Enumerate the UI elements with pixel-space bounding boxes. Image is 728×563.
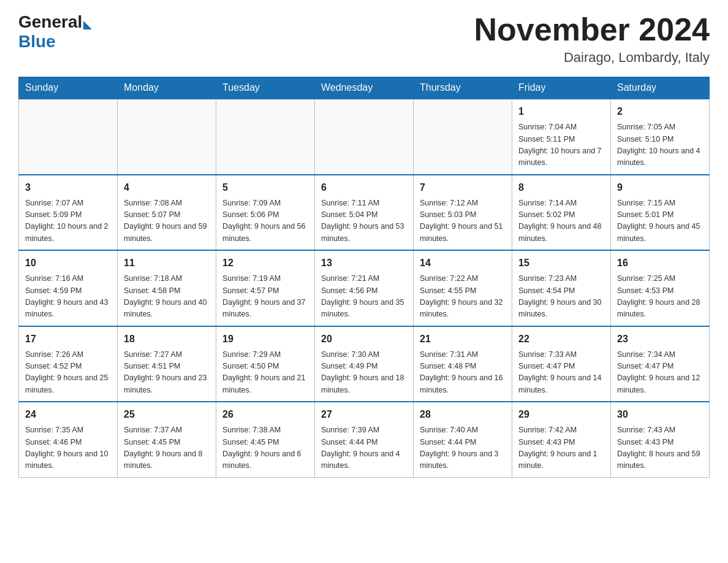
calendar-cell-w2d1: 11Sunrise: 7:18 AM Sunset: 4:58 PM Dayli…: [118, 250, 216, 326]
calendar-cell-w2d0: 10Sunrise: 7:16 AM Sunset: 4:59 PM Dayli…: [19, 250, 118, 326]
day-number: 20: [321, 332, 407, 347]
day-info: Sunrise: 7:42 AM Sunset: 4:43 PM Dayligh…: [518, 424, 604, 472]
header-wednesday: Wednesday: [315, 77, 414, 99]
day-number: 23: [617, 332, 703, 347]
calendar-cell-w1d1: 4Sunrise: 7:08 AM Sunset: 5:07 PM Daylig…: [118, 175, 216, 251]
calendar-cell-w3d3: 20Sunrise: 7:30 AM Sunset: 4:49 PM Dayli…: [315, 326, 414, 402]
calendar-cell-w4d5: 29Sunrise: 7:42 AM Sunset: 4:43 PM Dayli…: [512, 402, 611, 477]
day-info: Sunrise: 7:34 AM Sunset: 4:47 PM Dayligh…: [617, 349, 703, 397]
day-info: Sunrise: 7:38 AM Sunset: 4:45 PM Dayligh…: [222, 424, 308, 472]
day-number: 17: [25, 332, 111, 347]
calendar-cell-w1d2: 5Sunrise: 7:09 AM Sunset: 5:06 PM Daylig…: [216, 175, 315, 251]
day-number: 5: [222, 180, 308, 195]
day-number: 11: [124, 256, 210, 270]
calendar-cell-w3d6: 23Sunrise: 7:34 AM Sunset: 4:47 PM Dayli…: [611, 326, 710, 402]
calendar-cell-w3d4: 21Sunrise: 7:31 AM Sunset: 4:48 PM Dayli…: [414, 326, 512, 402]
calendar-title-area: November 2024 Dairago, Lombardy, Italy: [474, 12, 710, 66]
day-number: 7: [420, 180, 506, 195]
calendar-cell-w2d4: 14Sunrise: 7:22 AM Sunset: 4:55 PM Dayli…: [414, 250, 512, 326]
calendar-cell-w1d0: 3Sunrise: 7:07 AM Sunset: 5:09 PM Daylig…: [19, 175, 118, 251]
calendar-cell-w1d4: 7Sunrise: 7:12 AM Sunset: 5:03 PM Daylig…: [414, 175, 512, 251]
day-number: 13: [321, 256, 407, 270]
header-monday: Monday: [118, 77, 216, 99]
calendar-cell-w0d5: 1Sunrise: 7:04 AM Sunset: 5:11 PM Daylig…: [512, 99, 611, 175]
day-info: Sunrise: 7:33 AM Sunset: 4:47 PM Dayligh…: [518, 349, 604, 397]
page-header: General Blue November 2024 Dairago, Lomb…: [18, 12, 710, 66]
calendar-cell-w4d3: 27Sunrise: 7:39 AM Sunset: 4:44 PM Dayli…: [315, 402, 414, 477]
day-info: Sunrise: 7:37 AM Sunset: 4:45 PM Dayligh…: [124, 424, 210, 472]
calendar-cell-w3d2: 19Sunrise: 7:29 AM Sunset: 4:50 PM Dayli…: [216, 326, 315, 402]
day-info: Sunrise: 7:26 AM Sunset: 4:52 PM Dayligh…: [25, 349, 111, 397]
day-number: 3: [25, 180, 111, 195]
calendar-cell-w0d2: [216, 99, 315, 175]
calendar-header: Sunday Monday Tuesday Wednesday Thursday…: [19, 77, 710, 99]
day-number: 19: [222, 332, 308, 347]
day-number: 26: [222, 407, 308, 422]
header-tuesday: Tuesday: [216, 77, 315, 99]
calendar-cell-w4d0: 24Sunrise: 7:35 AM Sunset: 4:46 PM Dayli…: [19, 402, 118, 477]
day-info: Sunrise: 7:22 AM Sunset: 4:55 PM Dayligh…: [420, 273, 506, 321]
calendar-cell-w1d3: 6Sunrise: 7:11 AM Sunset: 5:04 PM Daylig…: [315, 175, 414, 251]
calendar-cell-w2d2: 12Sunrise: 7:19 AM Sunset: 4:57 PM Dayli…: [216, 250, 315, 326]
calendar-week-4: 24Sunrise: 7:35 AM Sunset: 4:46 PM Dayli…: [19, 402, 710, 477]
day-number: 10: [25, 256, 111, 270]
calendar-cell-w1d6: 9Sunrise: 7:15 AM Sunset: 5:01 PM Daylig…: [611, 175, 710, 251]
day-info: Sunrise: 7:29 AM Sunset: 4:50 PM Dayligh…: [222, 349, 308, 397]
header-friday: Friday: [512, 77, 611, 99]
calendar-cell-w2d6: 16Sunrise: 7:25 AM Sunset: 4:53 PM Dayli…: [611, 250, 710, 326]
day-number: 14: [420, 256, 506, 270]
calendar-cell-w3d1: 18Sunrise: 7:27 AM Sunset: 4:51 PM Dayli…: [118, 326, 216, 402]
calendar-week-2: 10Sunrise: 7:16 AM Sunset: 4:59 PM Dayli…: [19, 250, 710, 326]
day-number: 18: [124, 332, 210, 347]
logo-general-text: General: [18, 12, 82, 32]
day-info: Sunrise: 7:25 AM Sunset: 4:53 PM Dayligh…: [617, 273, 703, 321]
calendar-table: Sunday Monday Tuesday Wednesday Thursday…: [18, 77, 710, 478]
day-info: Sunrise: 7:14 AM Sunset: 5:02 PM Dayligh…: [518, 197, 604, 245]
day-info: Sunrise: 7:04 AM Sunset: 5:11 PM Dayligh…: [518, 121, 604, 169]
day-info: Sunrise: 7:30 AM Sunset: 4:49 PM Dayligh…: [321, 349, 407, 397]
day-info: Sunrise: 7:27 AM Sunset: 4:51 PM Dayligh…: [124, 349, 210, 397]
day-info: Sunrise: 7:09 AM Sunset: 5:06 PM Dayligh…: [222, 197, 308, 245]
day-info: Sunrise: 7:05 AM Sunset: 5:10 PM Dayligh…: [617, 121, 703, 169]
day-number: 25: [124, 407, 210, 422]
header-sunday: Sunday: [19, 77, 118, 99]
day-number: 28: [420, 407, 506, 422]
day-info: Sunrise: 7:08 AM Sunset: 5:07 PM Dayligh…: [124, 197, 210, 245]
logo-triangle-icon: [83, 21, 92, 29]
day-number: 27: [321, 407, 407, 422]
calendar-cell-w4d6: 30Sunrise: 7:43 AM Sunset: 4:43 PM Dayli…: [611, 402, 710, 477]
calendar-cell-w0d3: [315, 99, 414, 175]
day-number: 6: [321, 180, 407, 195]
day-info: Sunrise: 7:43 AM Sunset: 4:43 PM Dayligh…: [617, 424, 703, 472]
calendar-cell-w4d1: 25Sunrise: 7:37 AM Sunset: 4:45 PM Dayli…: [118, 402, 216, 477]
day-number: 8: [518, 180, 604, 195]
calendar-cell-w2d3: 13Sunrise: 7:21 AM Sunset: 4:56 PM Dayli…: [315, 250, 414, 326]
day-number: 22: [518, 332, 604, 347]
logo-blue-text: Blue: [18, 32, 56, 52]
day-info: Sunrise: 7:40 AM Sunset: 4:44 PM Dayligh…: [420, 424, 506, 472]
day-number: 4: [124, 180, 210, 195]
days-of-week-row: Sunday Monday Tuesday Wednesday Thursday…: [19, 77, 710, 99]
logo: General Blue: [18, 12, 93, 52]
calendar-body: 1Sunrise: 7:04 AM Sunset: 5:11 PM Daylig…: [19, 99, 710, 477]
day-info: Sunrise: 7:11 AM Sunset: 5:04 PM Dayligh…: [321, 197, 407, 245]
calendar-week-0: 1Sunrise: 7:04 AM Sunset: 5:11 PM Daylig…: [19, 99, 710, 175]
calendar-title: November 2024: [474, 12, 710, 47]
day-number: 12: [222, 256, 308, 270]
day-info: Sunrise: 7:07 AM Sunset: 5:09 PM Dayligh…: [25, 197, 111, 245]
day-number: 2: [617, 104, 703, 119]
day-info: Sunrise: 7:39 AM Sunset: 4:44 PM Dayligh…: [321, 424, 407, 472]
day-info: Sunrise: 7:15 AM Sunset: 5:01 PM Dayligh…: [617, 197, 703, 245]
day-number: 15: [518, 256, 604, 270]
calendar-cell-w3d0: 17Sunrise: 7:26 AM Sunset: 4:52 PM Dayli…: [19, 326, 118, 402]
calendar-cell-w2d5: 15Sunrise: 7:23 AM Sunset: 4:54 PM Dayli…: [512, 250, 611, 326]
day-number: 1: [518, 104, 604, 119]
day-info: Sunrise: 7:19 AM Sunset: 4:57 PM Dayligh…: [222, 273, 308, 321]
day-info: Sunrise: 7:23 AM Sunset: 4:54 PM Dayligh…: [518, 273, 604, 321]
day-info: Sunrise: 7:18 AM Sunset: 4:58 PM Dayligh…: [124, 273, 210, 321]
day-info: Sunrise: 7:12 AM Sunset: 5:03 PM Dayligh…: [420, 197, 506, 245]
calendar-cell-w0d1: [118, 99, 216, 175]
header-saturday: Saturday: [611, 77, 710, 99]
calendar-cell-w0d0: [19, 99, 118, 175]
calendar-subtitle: Dairago, Lombardy, Italy: [474, 50, 710, 66]
